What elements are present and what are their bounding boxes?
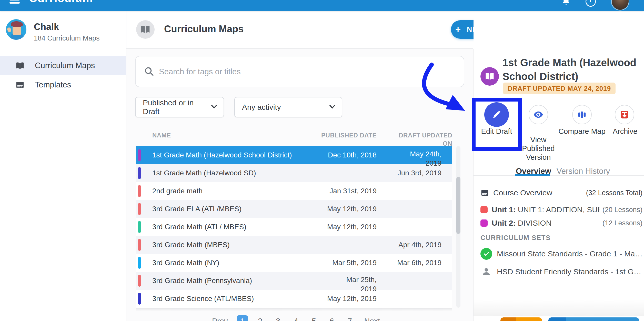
- help-icon[interactable]: [586, 0, 596, 7]
- course-overview-row: Course Overview (32 Lessons Total): [480, 186, 642, 199]
- row-published-date: Dec 10th, 2018: [300, 151, 377, 159]
- view-published-version-label: View Published Version: [515, 135, 561, 162]
- row-published-date: Mar 25th, 2019: [300, 272, 377, 293]
- row-accent-bar: [138, 293, 141, 305]
- column-draft-updated: DRAFT UPDATED ON: [377, 131, 452, 148]
- table-header: NAME PUBLISHED DATE DRAFT UPDATED ON: [136, 131, 452, 148]
- row-published-date: May 12th, 2019: [300, 295, 377, 303]
- table-row[interactable]: 3rd Grade Math (ATL/ MBES) May 12th, 201…: [136, 218, 452, 236]
- row-accent-bar: [138, 239, 141, 251]
- pagination-page-1[interactable]: 1: [237, 315, 248, 321]
- row-name: 3rd Grade Math (MBES): [152, 241, 300, 249]
- person-icon: [480, 267, 492, 277]
- table-row[interactable]: 2nd grade math Jan 31st, 2019: [136, 182, 452, 200]
- tab-version-history[interactable]: Version History: [554, 167, 613, 176]
- eye-icon: [533, 109, 544, 120]
- archive-label: Archive: [605, 127, 644, 136]
- unit-row: Unit 1: UNIT 1: ADDITION, SUBTRACTI... (…: [480, 204, 642, 216]
- open-book-icon: [140, 24, 150, 35]
- pagination-prev[interactable]: Prev: [210, 316, 230, 321]
- row-name: 3rd Grade Math (ATL/ MBES): [152, 223, 300, 231]
- annotation-highlight-box: [472, 98, 522, 151]
- table-row[interactable]: 3rd Grade Science (ATL/MBES) May 12th, 2…: [136, 290, 452, 308]
- table-row[interactable]: 3rd Grade Math (MBES) Apr 4th, 2019: [136, 236, 452, 254]
- row-name: 3rd Grade ELA (ATL/MBES): [152, 205, 300, 213]
- row-accent-bar: [138, 185, 141, 197]
- bottom-action-button-orange[interactable]: [500, 317, 542, 321]
- notifications-bell-icon[interactable]: [560, 0, 572, 8]
- org-subtitle: 184 Curriculum Maps: [34, 34, 100, 42]
- row-accent-bar: [138, 257, 141, 269]
- table-scrollbar-thumb[interactable]: [456, 177, 460, 234]
- row-accent-bar: [138, 203, 141, 215]
- app-title: Curriculum: [29, 0, 93, 4]
- compare-columns-icon: [577, 109, 587, 120]
- row-name: 3rd Grade Math (NY): [152, 259, 300, 267]
- chevron-down-icon: [211, 104, 217, 110]
- table-bottom-shadow: [136, 308, 452, 311]
- row-draft-updated: Mar 6th, 2019: [377, 259, 441, 267]
- row-accent-bar: [138, 167, 141, 179]
- open-book-icon: [15, 61, 25, 70]
- column-name: NAME: [152, 131, 300, 139]
- column-published-date: PUBLISHED DATE: [300, 131, 377, 139]
- unit-color-swatch: [480, 219, 488, 227]
- sidebar-item-curriculum-maps[interactable]: Curriculum Maps: [0, 56, 126, 75]
- unit-row: Unit 2: DIVISION (12 Lessons): [480, 217, 642, 229]
- sidebar: Chalk 184 Curriculum Maps Curriculum Map…: [0, 11, 126, 321]
- table-row[interactable]: 3rd Grade Math (Pennsylvania) Mar 25th, …: [136, 272, 452, 290]
- draft-updated-badge: DRAFT UPDATED MAY 24, 2019: [503, 83, 616, 94]
- row-published-date: Jan 31st, 2019: [300, 187, 377, 195]
- curriculum-maps-table: 1st Grade Math (Hazelwood School Distric…: [136, 146, 452, 308]
- compare-map-label: Compare Map: [556, 127, 608, 136]
- pagination-page-3[interactable]: 3: [273, 315, 284, 321]
- activity-filter-dropdown[interactable]: Any activity: [234, 97, 342, 117]
- panel-divider: [473, 49, 474, 321]
- archive-button[interactable]: [615, 105, 634, 124]
- top-app-bar: Curriculum: [0, 0, 644, 11]
- row-draft-updated: Jun 3rd, 2019: [377, 169, 441, 177]
- row-name: 3rd Grade Science (ATL/MBES): [152, 295, 300, 303]
- view-published-version-button[interactable]: [529, 105, 548, 124]
- active-tab-underline: [515, 174, 550, 176]
- pagination-page-2[interactable]: 2: [255, 315, 266, 321]
- hamburger-menu-icon[interactable]: [9, 0, 20, 11]
- pagination-next[interactable]: Next: [362, 316, 382, 321]
- search-input[interactable]: [158, 63, 390, 81]
- bottom-action-button-blue[interactable]: [548, 317, 639, 321]
- unit-color-swatch: [480, 206, 488, 213]
- sidebar-item-label: Templates: [35, 80, 71, 89]
- row-published-date: May 12th, 2019: [300, 205, 377, 213]
- pagination-page-4[interactable]: 4: [290, 315, 302, 321]
- curriculum-set-item[interactable]: HSD Student Friendly Standards - 1st Gra…: [480, 265, 643, 279]
- header-divider: [126, 48, 473, 49]
- status-filter-dropdown[interactable]: Published or in Draft: [135, 97, 224, 117]
- pagination-page-5[interactable]: 5: [308, 315, 320, 321]
- page-title-icon-circle: [136, 20, 155, 39]
- row-draft-updated: May 24th, 2019: [377, 146, 441, 168]
- course-overview-card-icon: [480, 188, 489, 197]
- pagination-page-7[interactable]: 7: [344, 315, 356, 321]
- screen: Curriculum Chalk 184 Curriculum Maps Cur…: [0, 0, 644, 321]
- row-published-date: May 12th, 2019: [300, 223, 377, 231]
- compare-map-button[interactable]: [572, 105, 592, 124]
- row-name: 1st Grade Math (Hazelwood School Distric…: [152, 151, 300, 159]
- sidebar-divider: [0, 54, 126, 54]
- table-row[interactable]: 3rd Grade Math (NY) Mar 5th, 2019 Mar 6t…: [136, 254, 452, 272]
- sidebar-item-templates[interactable]: Templates: [0, 75, 126, 94]
- row-name: 1st Grade Math (Hazelwood SD): [152, 169, 300, 177]
- unit-count: (12 Lessons): [602, 219, 642, 227]
- search-icon: [144, 66, 155, 78]
- user-avatar[interactable]: [612, 0, 629, 10]
- pagination-page-6[interactable]: 6: [326, 315, 338, 321]
- panel-bottom-shadow: [474, 299, 644, 316]
- open-book-icon: [485, 72, 495, 81]
- table-row[interactable]: 1st Grade Math (Hazelwood School Distric…: [136, 146, 452, 164]
- course-overview-count: (32 Lessons Total): [586, 189, 642, 197]
- org-avatar: [6, 19, 26, 40]
- curriculum-set-item[interactable]: Missouri State Standards - Grade 1 - Mat…: [480, 247, 643, 261]
- chevron-down-icon: [329, 104, 336, 110]
- table-row[interactable]: 3rd Grade ELA (ATL/MBES) May 12th, 2019: [136, 200, 452, 218]
- sidebar-item-label: Curriculum Maps: [35, 61, 95, 70]
- map-icon-circle: [480, 67, 499, 86]
